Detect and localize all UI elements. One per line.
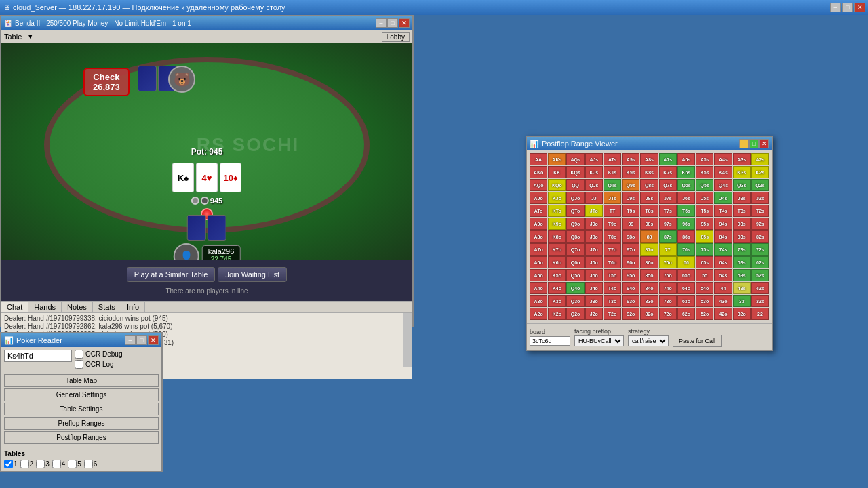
range-cell-12-8[interactable]: 62o [677, 308, 695, 320]
range-cell-11-3[interactable]: J3o [585, 295, 603, 307]
range-cell-1-11[interactable]: K3s [733, 166, 751, 178]
range-cell-4-1[interactable]: KTo [548, 205, 566, 217]
range-cell-3-7[interactable]: J7s [659, 192, 677, 204]
range-cell-2-3[interactable]: QJs [585, 179, 603, 191]
range-cell-11-2[interactable]: Q3o [566, 295, 584, 307]
tab-stats[interactable]: Stats [93, 302, 121, 312]
range-cell-5-6[interactable]: 98s [640, 218, 658, 230]
range-cell-2-5[interactable]: Q9s [622, 179, 639, 191]
range-cell-3-5[interactable]: J9s [622, 192, 639, 204]
range-cell-12-6[interactable]: 82o [640, 308, 658, 320]
range-maximize-btn[interactable]: □ [749, 139, 759, 148]
range-cell-3-2[interactable]: QJo [566, 192, 584, 204]
chat-scrollbar[interactable] [403, 313, 412, 367]
tab-notes[interactable]: Notes [62, 302, 93, 312]
range-cell-11-7[interactable]: 73o [659, 295, 677, 307]
range-cell-11-9[interactable]: 53o [696, 295, 713, 307]
range-cell-0-9[interactable]: A5s [696, 153, 713, 165]
range-cell-1-8[interactable]: K6s [677, 166, 695, 178]
range-cell-10-12[interactable]: 42s [751, 282, 769, 294]
window-close-btn[interactable]: ✕ [854, 3, 865, 12]
table-map-btn[interactable]: Table Map [4, 374, 159, 387]
range-cell-7-11[interactable]: 73s [733, 243, 751, 256]
range-cell-2-2[interactable]: QQ [566, 179, 584, 191]
join-waiting-btn[interactable]: Join Waiting List [218, 267, 287, 282]
range-cell-4-11[interactable]: T3s [733, 205, 751, 217]
range-cell-2-6[interactable]: Q8s [640, 179, 658, 191]
range-cell-3-12[interactable]: J2s [751, 192, 769, 204]
range-cell-4-12[interactable]: T2s [751, 205, 769, 217]
range-cell-5-3[interactable]: J9o [585, 218, 603, 230]
range-cell-4-7[interactable]: T7s [659, 205, 677, 217]
table-settings-btn[interactable]: Table Settings [4, 403, 159, 415]
range-cell-12-4[interactable]: T2o [604, 308, 621, 320]
lobby-btn[interactable]: Lobby [382, 32, 410, 42]
range-cell-10-4[interactable]: T4o [604, 282, 621, 294]
range-cell-3-11[interactable]: J3s [733, 192, 751, 204]
range-cell-9-5[interactable]: 95o [622, 269, 639, 281]
range-cell-1-9[interactable]: K5s [696, 166, 713, 178]
range-cell-8-3[interactable]: J6o [585, 256, 603, 268]
range-cell-3-6[interactable]: J8s [640, 192, 658, 204]
range-cell-4-6[interactable]: T8s [640, 205, 658, 217]
range-cell-10-6[interactable]: 84o [640, 282, 658, 294]
range-cell-10-2[interactable]: Q4o [566, 282, 584, 294]
range-cell-4-4[interactable]: TT [604, 205, 621, 217]
range-cell-4-2[interactable]: QTo [566, 205, 584, 217]
range-cell-3-1[interactable]: KJo [548, 192, 566, 204]
tab-chat[interactable]: Chat [1, 302, 28, 312]
reader-maximize-btn[interactable]: □ [136, 336, 147, 345]
range-cell-5-4[interactable]: T9o [604, 218, 621, 230]
range-cell-7-8[interactable]: 76s [677, 243, 695, 256]
range-cell-2-0[interactable]: AQo [530, 179, 547, 191]
tab-info[interactable]: Info [121, 302, 145, 312]
table-menu[interactable]: Table [4, 33, 22, 41]
range-cell-6-4[interactable]: T8o [604, 230, 621, 243]
range-cell-6-8[interactable]: 86s [677, 230, 695, 243]
range-cell-6-10[interactable]: 84s [714, 230, 732, 243]
range-cell-9-2[interactable]: Q5o [566, 269, 584, 281]
range-cell-0-7[interactable]: A7s [659, 153, 677, 165]
range-cell-4-0[interactable]: ATo [530, 205, 547, 217]
range-cell-10-3[interactable]: J4o [585, 282, 603, 294]
range-cell-11-11[interactable]: 33 [733, 295, 751, 307]
reader-close-btn[interactable]: ✕ [148, 336, 159, 345]
range-cell-2-12[interactable]: Q2s [751, 179, 769, 191]
range-cell-8-7[interactable]: 76o [659, 256, 677, 268]
range-cell-8-0[interactable]: A6o [530, 256, 547, 268]
range-cell-12-10[interactable]: 42o [714, 308, 732, 320]
range-cell-9-7[interactable]: 75o [659, 269, 677, 281]
range-cell-5-10[interactable]: 94s [714, 218, 732, 230]
tab-hands[interactable]: Hands [28, 302, 62, 312]
range-cell-12-3[interactable]: J2o [585, 308, 603, 320]
range-cell-9-11[interactable]: 53s [733, 269, 751, 281]
range-cell-0-5[interactable]: A9s [622, 153, 639, 165]
range-cell-4-8[interactable]: T6s [677, 205, 695, 217]
range-cell-7-12[interactable]: 72s [751, 243, 769, 256]
range-cell-8-12[interactable]: 62s [751, 256, 769, 268]
range-cell-0-11[interactable]: A3s [733, 153, 751, 165]
range-cell-1-0[interactable]: AKo [530, 166, 547, 178]
range-cell-2-7[interactable]: Q7s [659, 179, 677, 191]
range-cell-11-1[interactable]: K3o [548, 295, 566, 307]
range-cell-9-6[interactable]: 85o [640, 269, 658, 281]
range-cell-12-7[interactable]: 72o [659, 308, 677, 320]
table-2-checkbox[interactable] [20, 460, 29, 468]
range-cell-9-3[interactable]: J5o [585, 269, 603, 281]
table-6-checkbox[interactable] [84, 460, 93, 468]
ocr-log-checkbox[interactable] [75, 360, 83, 369]
range-cell-7-6[interactable]: 87o [640, 243, 658, 256]
range-cell-8-1[interactable]: K6o [548, 256, 566, 268]
range-cell-0-12[interactable]: A2s [751, 153, 769, 165]
range-cell-10-10[interactable]: 44 [714, 282, 732, 294]
range-cell-7-4[interactable]: T7o [604, 243, 621, 256]
range-cell-7-5[interactable]: 97o [622, 243, 639, 256]
table-4-checkbox[interactable] [52, 460, 61, 468]
range-cell-3-3[interactable]: JJ [585, 192, 603, 204]
range-cell-5-9[interactable]: 95s [696, 218, 713, 230]
range-cell-3-0[interactable]: AJo [530, 192, 547, 204]
range-cell-9-12[interactable]: 52s [751, 269, 769, 281]
range-cell-5-1[interactable]: K9o [548, 218, 566, 230]
range-cell-2-8[interactable]: Q6s [677, 179, 695, 191]
range-cell-0-1[interactable]: AKs [548, 153, 566, 165]
